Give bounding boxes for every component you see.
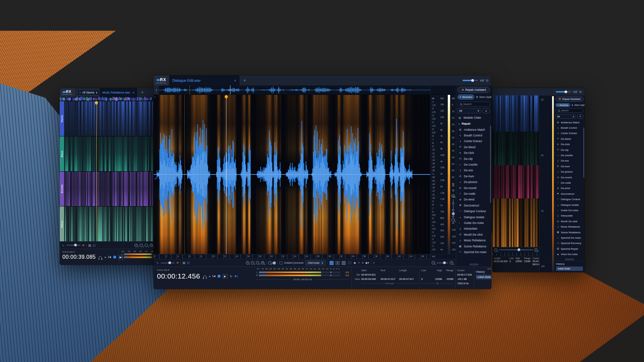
- scrollbar[interactable]: [490, 126, 491, 203]
- tab-stem-split[interactable]: ⋔ Stem Split: [474, 95, 491, 99]
- module-item[interactable]: ◒Dialogue Isolate: [555, 202, 584, 207]
- zoom-out-icon[interactable]: −: [494, 248, 497, 252]
- spectrogram-view[interactable]: L R: [154, 95, 430, 254]
- horizontal-zoom-slider[interactable]: [437, 262, 448, 263]
- module-item[interactable]: ♩Guitar De-noise: [458, 220, 490, 226]
- magic-wand-icon[interactable]: ✧: [358, 261, 360, 264]
- stem-lane-other[interactable]: Other: [60, 206, 162, 241]
- stem-lane-bass[interactable]: Bass: [60, 136, 162, 171]
- process-mode-dropdown[interactable]: Attenuate ∨: [305, 260, 326, 265]
- tab-dialogue-edit[interactable]: Dialogue Edit.wav ×: [169, 75, 239, 85]
- overview-strip[interactable]: ▲▼: [154, 85, 456, 95]
- stop-icon[interactable]: [218, 275, 220, 278]
- zoom-reset-icon[interactable]: ↺: [261, 261, 264, 264]
- scrollbar[interactable]: [583, 127, 584, 178]
- tab-modules[interactable]: ≡ Modules: [555, 103, 570, 107]
- tab-modules[interactable]: ≡ Modules: [458, 95, 474, 100]
- category-filter-dropdown[interactable]: All ∨: [458, 108, 481, 113]
- module-item[interactable]: ∤Interpolate: [555, 213, 584, 219]
- repair-assistant-button[interactable]: ❋ Repair Assistant: [555, 97, 584, 102]
- panel-resize-handle[interactable]: [476, 268, 491, 269]
- new-tab-button[interactable]: +: [244, 78, 246, 83]
- loop-icon[interactable]: ↻: [230, 275, 232, 278]
- module-item[interactable]: ≋De-wind: [458, 197, 490, 202]
- comment-icon[interactable]: ◻: [187, 261, 190, 264]
- module-item[interactable]: ✳De-click: [458, 150, 490, 156]
- brush-tool-icon[interactable]: ◆: [354, 261, 356, 264]
- record-icon[interactable]: ●: [104, 256, 106, 259]
- stem-lane-drums[interactable]: Drums: [60, 171, 162, 206]
- waveform-blend-icon[interactable]: ∿: [62, 244, 65, 247]
- stem-spectrogram[interactable]: [64, 136, 162, 171]
- stem-label-voice[interactable]: Voice: [60, 101, 64, 136]
- module-chain-item[interactable]: ▤ Module Chain: [458, 115, 490, 120]
- spectrogram-blend-icon[interactable]: ≋: [82, 244, 85, 247]
- tab-stem-split[interactable]: ⋔ Stem Split: [570, 104, 585, 107]
- module-item[interactable]: ▨Spectral Repair: [555, 246, 584, 251]
- stem-lane-voice[interactable]: Voice: [60, 101, 162, 136]
- zoom-selection-icon[interactable]: ▫: [145, 244, 148, 247]
- signature-tool-icon[interactable]: ✓: [373, 261, 376, 264]
- stems-spectrogram[interactable]: [492, 96, 539, 247]
- stem-label-bass[interactable]: Bass: [60, 136, 64, 171]
- sync-icon[interactable]: ↻: [486, 79, 489, 82]
- module-item[interactable]: ∿Breath Control: [555, 125, 584, 130]
- zoom-in-icon[interactable]: +: [534, 248, 538, 252]
- timecode-format[interactable]: h:m:s.ms ▾: [157, 268, 250, 272]
- module-item[interactable]: ✐De-bleed: [555, 136, 584, 141]
- module-item[interactable]: ◠Dialogue Contour: [458, 208, 490, 214]
- stems-overview-strip[interactable]: [60, 97, 162, 101]
- blend-slider[interactable]: [161, 262, 175, 263]
- spectrogram-settings-icon[interactable]: ≋: [452, 184, 454, 187]
- waveform-blend-icon[interactable]: ∿: [156, 261, 159, 264]
- history-entry[interactable]: Initial State: [476, 275, 491, 279]
- time-selection-tool[interactable]: [329, 261, 334, 265]
- module-item[interactable]: ʘMouth De-click: [458, 232, 490, 237]
- module-item[interactable]: ⌁De-crackle: [555, 153, 584, 158]
- overview-playhead[interactable]: [230, 85, 230, 95]
- search-input[interactable]: Search: [555, 108, 584, 113]
- module-item[interactable]: ◑Center Extract: [555, 131, 584, 136]
- levels-tool-icon[interactable]: ≡: [362, 261, 364, 264]
- module-item[interactable]: ▦Scene Rebalance: [458, 243, 490, 249]
- time-frequency-selection-tool[interactable]: [335, 261, 340, 265]
- list-options-button[interactable]: ≡: [482, 108, 490, 113]
- module-item[interactable]: ⊓De-clip: [555, 147, 584, 153]
- history-entry[interactable]: Initial State: [556, 266, 583, 271]
- module-item[interactable]: ≈Spectral De-noise: [555, 235, 584, 240]
- playhead[interactable]: [96, 101, 97, 241]
- close-icon[interactable]: ×: [132, 91, 135, 95]
- module-item[interactable]: ✐De-bleed: [458, 144, 490, 150]
- playhead[interactable]: [226, 95, 226, 254]
- previous-icon[interactable]: ◀: [108, 256, 111, 258]
- module-item[interactable]: ⊓De-clip: [458, 156, 490, 162]
- lasso-tool[interactable]: [347, 261, 352, 265]
- magnifier-icon[interactable]: [268, 261, 271, 264]
- search-input[interactable]: Search: [458, 102, 490, 107]
- close-icon[interactable]: ×: [234, 79, 236, 82]
- stem-label-other[interactable]: Other: [60, 206, 64, 241]
- module-item[interactable]: ✳De-click: [555, 142, 584, 147]
- brush-menu-icon[interactable]: ◆▾: [365, 261, 369, 264]
- zoom-out-icon[interactable]: −: [140, 244, 143, 247]
- instant-process-checkbox[interactable]: [279, 261, 282, 264]
- hzoom-in-icon[interactable]: +: [450, 261, 453, 264]
- module-item[interactable]: ◍Ambience Match: [555, 120, 584, 125]
- stem-label-drums[interactable]: Drums: [60, 172, 64, 206]
- waveform-settings-icon[interactable]: ∿: [452, 189, 454, 192]
- repair-assistant-button[interactable]: ❋ Repair Assistant: [458, 87, 490, 93]
- module-item[interactable]: ♫Music Rebalance: [458, 237, 490, 243]
- playhead-pin[interactable]: [95, 101, 98, 104]
- comment-icon[interactable]: ◻: [93, 244, 95, 247]
- sync-icon[interactable]: ↻: [579, 90, 582, 94]
- module-item[interactable]: ∿Breath Control: [458, 132, 490, 138]
- module-item[interactable]: ◒Dialogue Isolate: [458, 214, 490, 220]
- module-item[interactable]: ▦Scene Rebalance: [555, 230, 584, 235]
- volume-slider[interactable]: [556, 91, 571, 93]
- headphones-icon[interactable]: [203, 276, 207, 278]
- module-item[interactable]: ◖De-plosive: [458, 179, 490, 185]
- module-item[interactable]: ≀De-rustle: [555, 180, 584, 185]
- new-tab-button[interactable]: +: [141, 90, 144, 95]
- zoom-slider[interactable]: [499, 249, 533, 250]
- module-item[interactable]: ≋De-wind: [555, 186, 584, 191]
